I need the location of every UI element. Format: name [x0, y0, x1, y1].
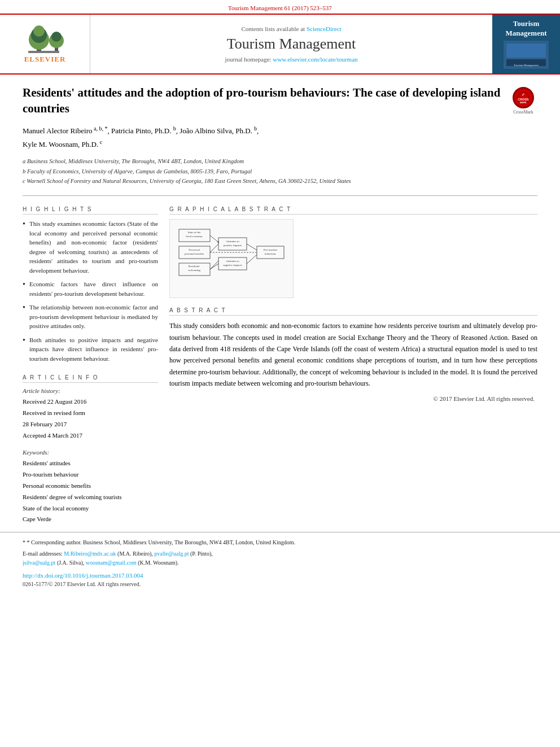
svg-text:Perceived: Perceived: [189, 248, 200, 251]
journal-logo-right: TourismManagement Tourism Management: [492, 15, 560, 73]
svg-line-36: [210, 264, 218, 269]
crossmark-icon: ✓ CROSS MARK: [513, 87, 534, 108]
email-person-3: (J.A. Silva),: [57, 560, 86, 566]
section-divider: [23, 195, 537, 196]
affiliation-c: c Warnell School of Forestry and Natural…: [23, 176, 537, 186]
graphical-abstract-box: State of the local economy Perceived per…: [169, 219, 294, 298]
journal-citation-bar: Tourism Management 61 (2017) 523–537: [0, 0, 560, 15]
graphical-abstract-header: G R A P H I C A L A B S T R A C T: [169, 206, 537, 215]
copyright-bottom: 0261-5177/© 2017 Elsevier Ltd. All right…: [23, 581, 537, 587]
homepage-label: journal homepage:: [225, 56, 271, 63]
svg-text:personal benefits: personal benefits: [185, 252, 204, 255]
email-link-1[interactable]: M.Ribeiro@mdx.ac.uk: [64, 551, 116, 557]
email-person-4: (K.M. Woosnam).: [138, 560, 178, 566]
journal-name: Tourism Management: [227, 36, 356, 53]
svg-text:negative impacts: negative impacts: [223, 264, 242, 267]
svg-line-38: [247, 244, 257, 250]
diagram-svg: State of the local economy Perceived per…: [178, 226, 285, 291]
author-4: ,: [257, 127, 259, 136]
right-logo-title: TourismManagement: [506, 19, 547, 38]
svg-text:local economy: local economy: [186, 235, 203, 238]
footnote-section: * * Corresponding author. Business Schoo…: [0, 532, 560, 591]
svg-text:Attitudes to: Attitudes to: [226, 260, 239, 263]
authors-section: Manuel Alector Ribeiro a, b, *, Patricia…: [0, 122, 560, 155]
email-link-2[interactable]: pvalle@ualg.pt: [154, 551, 189, 557]
keyword-6: Cape Verde: [23, 514, 158, 525]
journal-header-center: Contents lists available at ScienceDirec…: [90, 15, 492, 73]
svg-text:Residents': Residents': [189, 265, 200, 268]
article-title-container: Residents' attitudes and the adoption of…: [23, 85, 504, 117]
contents-line: Contents lists available at ScienceDirec…: [241, 25, 341, 32]
abstract-text: This study considers both economic and n…: [169, 320, 537, 389]
author-1-name: Manuel Alector Ribeiro: [23, 127, 92, 136]
email-footnote: E-mail addresses: M.Ribeiro@mdx.ac.uk (M…: [23, 549, 537, 567]
author-1-sup: a, b, *: [92, 125, 107, 132]
svg-line-37: [210, 261, 218, 269]
doi-link[interactable]: http://dx.doi.org/10.1016/j.tourman.2017…: [23, 572, 537, 579]
author-2: , Patricia Pinto, Ph.D.: [107, 127, 173, 136]
highlights-header: H I G H L I G H T S: [23, 206, 158, 215]
svg-text:positive impacts: positive impacts: [224, 244, 242, 247]
svg-rect-9: [506, 43, 546, 58]
abstract-section: A B S T R A C T This study considers bot…: [169, 307, 537, 401]
article-info-header: A R T I C L E I N F O: [23, 374, 158, 383]
elsevier-tree-icon: [20, 24, 71, 55]
star-symbol: *: [23, 539, 27, 545]
crossmark-badge[interactable]: ✓ CROSS MARK CrossMark: [509, 87, 537, 115]
abstract-header: A B S T R A C T: [169, 307, 537, 316]
page: Tourism Management 61 (2017) 523–537 ELS…: [0, 0, 560, 747]
highlight-item-3: The relationship between non-economic fa…: [23, 303, 158, 331]
article-title: Residents' attitudes and the adoption of…: [23, 85, 504, 117]
journal-homepage-line: journal homepage: www.elsevier.com/locat…: [225, 56, 357, 63]
keywords-label: Keywords:: [23, 449, 158, 456]
homepage-url[interactable]: www.elsevier.com/locate/tourman: [273, 56, 357, 63]
svg-text:✓: ✓: [522, 93, 525, 97]
keyword-5: State of the local economy: [23, 503, 158, 514]
email-person-2: (P. Pinto),: [190, 551, 213, 557]
journal-citation: Tourism Management 61 (2017) 523–537: [228, 5, 332, 11]
received-date: Received 22 August 2016: [23, 396, 158, 408]
email-person-1: (M.A. Ribeiro),: [117, 551, 154, 557]
affiliation-a: a Business School, Middlesex University,…: [23, 156, 537, 167]
graphical-abstract-diagram: State of the local economy Perceived per…: [178, 226, 285, 291]
svg-text:welcoming: welcoming: [188, 269, 201, 272]
star-footnote-text: * Corresponding author. Business School,…: [27, 539, 296, 545]
email-label: E-mail addresses:: [23, 551, 63, 557]
crossmark-label: CrossMark: [513, 110, 533, 115]
article-title-section: Residents' attitudes and the adoption of…: [0, 75, 560, 123]
author-4-sup: c: [98, 139, 102, 145]
revised-date-1: Received in revised form: [23, 408, 158, 419]
author-4-name: Kyle M. Woosnam, Ph.D.: [23, 140, 98, 148]
affiliation-b: b Faculty of Economics, University of Al…: [23, 167, 537, 177]
sciencedirect-link[interactable]: ScienceDirect: [307, 25, 342, 32]
accepted-date: Accepted 4 March 2017: [23, 430, 158, 442]
elsevier-name: ELSEVIER: [24, 55, 66, 64]
keyword-4: Residents' degree of welcoming tourists: [23, 492, 158, 503]
highlight-item-2: Economic factors have direct influence o…: [23, 279, 158, 298]
contents-text: Contents lists available at: [241, 25, 305, 32]
journal-header: ELSEVIER Contents lists available at Sci…: [0, 15, 560, 75]
svg-line-34: [210, 235, 218, 242]
highlight-item-1: This study examines economic factors (St…: [23, 219, 158, 275]
svg-point-6: [51, 32, 62, 42]
highlights-list: This study examines economic factors (St…: [23, 219, 158, 363]
keyword-3: Personal economic benefits: [23, 480, 158, 492]
svg-text:behaviour: behaviour: [265, 252, 276, 255]
svg-text:MARK: MARK: [520, 101, 527, 104]
revised-date-2: 28 February 2017: [23, 419, 158, 430]
svg-text:State of the: State of the: [188, 231, 202, 234]
author-3: , João Albino Silva, Ph.D.: [176, 127, 254, 136]
svg-point-3: [33, 25, 45, 37]
svg-rect-7: [28, 51, 59, 53]
history-label: Article history:: [23, 387, 158, 394]
email-link-3[interactable]: jsilva@ualg.pt: [23, 560, 55, 566]
article-info-section: A R T I C L E I N F O Article history: R…: [23, 374, 158, 525]
keyword-2: Pro-tourism behaviour: [23, 469, 158, 480]
abstract-copyright: © 2017 Elsevier Ltd. All rights reserved…: [169, 395, 537, 402]
main-two-col: H I G H L I G H T S This study examines …: [0, 199, 560, 525]
left-column: H I G H L I G H T S This study examines …: [23, 199, 158, 525]
star-footnote: * * Corresponding author. Business Schoo…: [23, 538, 537, 547]
keyword-1: Residents' attitudes: [23, 458, 158, 469]
svg-text:Pro-tourism: Pro-tourism: [264, 248, 277, 251]
email-link-4[interactable]: woosnam@gmail.com: [86, 560, 137, 566]
